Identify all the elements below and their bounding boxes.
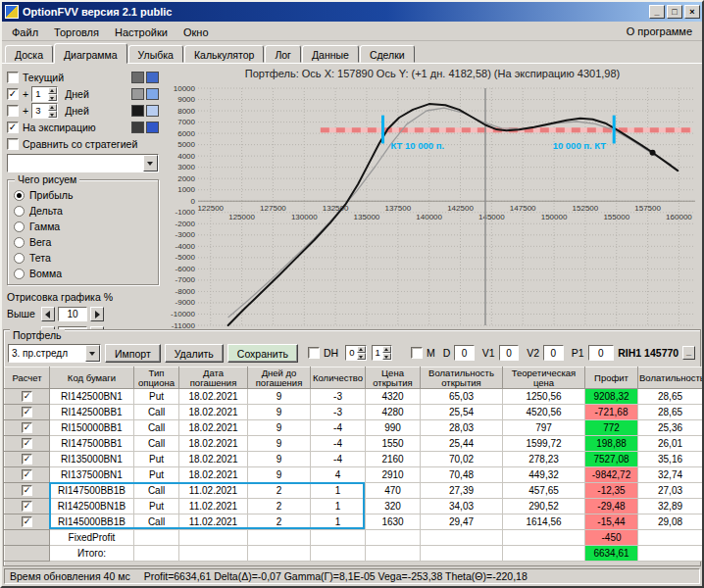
radio-icon[interactable] — [14, 237, 25, 248]
menu-item[interactable]: Торговля — [46, 24, 107, 40]
tab-item[interactable]: Доска — [5, 45, 53, 63]
row-enabled-cell[interactable] — [5, 389, 50, 405]
dh-checkbox[interactable] — [308, 347, 320, 359]
row-enabled-cell[interactable] — [5, 514, 50, 530]
strategy-select[interactable]: 3. пр.стредл — [8, 344, 101, 363]
tab-item[interactable]: Калькулятор — [184, 45, 264, 63]
tab-item[interactable]: Данные — [302, 45, 359, 63]
radio-option[interactable]: Дельта — [14, 203, 152, 219]
days-spinner[interactable]: 1 — [31, 86, 58, 102]
decrease-icon[interactable] — [41, 307, 55, 321]
days-spinner[interactable]: 3 — [31, 103, 58, 119]
row-checkbox[interactable] — [22, 516, 32, 527]
table-row[interactable]: RI142500BB1Call18.02.20219-3428025,54452… — [5, 405, 703, 420]
strategy-compare-select[interactable] — [7, 154, 159, 172]
spin-up-icon[interactable] — [48, 87, 57, 94]
row-enabled-cell[interactable] — [5, 436, 50, 452]
m-checkbox[interactable] — [411, 347, 423, 359]
dh-spinner-1[interactable]: 0 — [345, 345, 366, 361]
row-checkbox[interactable] — [22, 438, 32, 449]
row-checkbox[interactable] — [22, 391, 32, 402]
delete-button[interactable]: Удалить — [165, 344, 224, 363]
color-swatch[interactable] — [146, 72, 159, 83]
dh-spinner-2[interactable]: 1 — [372, 345, 392, 361]
tab-item[interactable]: Лог — [265, 45, 301, 63]
p1-field[interactable]: 0 — [588, 345, 615, 361]
table-row[interactable]: RI142500BN1Put18.02.20219-3432065,031250… — [5, 389, 703, 405]
menu-item[interactable]: Окно — [176, 24, 217, 40]
row-checkbox[interactable] — [22, 422, 32, 433]
color-swatch[interactable] — [131, 88, 144, 100]
spin-up-icon[interactable] — [48, 104, 57, 111]
table-row[interactable]: RI145000BB1BCall11.02.202121163029,47161… — [5, 514, 703, 530]
v1-field[interactable]: 0 — [499, 345, 520, 361]
radio-icon[interactable] — [14, 206, 25, 217]
spin-down-icon[interactable] — [48, 111, 57, 118]
close-button[interactable]: × — [684, 5, 700, 19]
radio-option[interactable]: Тета — [14, 250, 152, 266]
expiration-checkbox[interactable] — [7, 122, 19, 133]
row-enabled-cell[interactable] — [5, 420, 50, 436]
table-row[interactable]: Итого:6634,61 — [5, 546, 703, 562]
row-enabled-cell[interactable] — [5, 483, 50, 499]
radio-option[interactable]: Вомма — [14, 266, 152, 281]
row-checkbox[interactable] — [22, 407, 32, 417]
spin-down-icon[interactable] — [48, 94, 57, 101]
table-row[interactable]: FixedProfit-450 — [5, 530, 703, 546]
row-enabled-cell[interactable] — [5, 499, 50, 514]
payoff-chart[interactable]: -11000-10000-9000-8000-7000-6000-5000-40… — [163, 84, 700, 329]
color-swatch[interactable] — [146, 105, 159, 117]
tab-item[interactable]: Сделки — [360, 45, 415, 63]
table-row[interactable]: RI147500BB1BCall11.02.20212147027,39457,… — [5, 483, 703, 499]
table-row[interactable]: RI147500BB1Call18.02.20219-4155025,44159… — [5, 436, 703, 452]
row-checkbox[interactable] — [22, 469, 32, 480]
menu-item-about[interactable]: О программе — [621, 24, 698, 39]
spin-down-icon[interactable] — [382, 353, 391, 360]
tab-item[interactable]: Улыбка — [128, 45, 183, 63]
menu-item[interactable]: Файл — [4, 24, 46, 40]
tab-item[interactable]: Диаграмма — [54, 43, 127, 64]
color-swatch[interactable] — [146, 88, 159, 100]
color-swatch[interactable] — [146, 122, 159, 133]
spin-down-icon[interactable] — [357, 353, 366, 360]
row-enabled-cell[interactable] — [5, 530, 50, 546]
table-row[interactable]: RI137500BN1Put18.02.202194291070,48449,3… — [5, 467, 703, 483]
row-enabled-cell[interactable] — [5, 467, 50, 483]
table-row[interactable]: RI135000BN1Put18.02.20219-4216070,02278,… — [5, 452, 703, 467]
import-button[interactable]: Импорт — [105, 344, 161, 363]
color-swatch[interactable] — [131, 122, 144, 133]
increase-icon[interactable] — [90, 307, 104, 321]
table-row[interactable]: RI142500BN1BPut11.02.20212132034,03290,5… — [5, 499, 703, 514]
row-checkbox[interactable] — [22, 454, 32, 465]
row-enabled-cell[interactable] — [5, 452, 50, 467]
radio-option[interactable]: Прибыль — [14, 187, 152, 203]
row-enabled-cell[interactable] — [5, 546, 50, 562]
table-row[interactable]: RI150000BB1Call18.02.20219-499028,037977… — [5, 420, 703, 436]
row-enabled-cell[interactable] — [5, 405, 50, 420]
radio-icon[interactable] — [14, 253, 25, 264]
dropdown-arrow-icon[interactable] — [85, 345, 100, 362]
plus3-checkbox[interactable] — [7, 105, 19, 117]
current-checkbox[interactable] — [7, 72, 19, 83]
above-value[interactable]: 10 — [58, 307, 87, 321]
menu-item[interactable]: Настройки — [107, 24, 176, 40]
color-swatch[interactable] — [131, 105, 144, 117]
plus1-checkbox[interactable] — [7, 88, 19, 100]
spin-up-icon[interactable] — [357, 346, 366, 353]
maximize-button[interactable]: □ — [667, 5, 682, 19]
spin-up-icon[interactable] — [382, 346, 391, 353]
collapse-button[interactable]: _ — [682, 346, 695, 360]
dropdown-arrow-icon[interactable] — [143, 155, 158, 172]
row-checkbox[interactable] — [22, 485, 32, 496]
radio-option[interactable]: Вега — [14, 234, 152, 250]
v2-field[interactable]: 0 — [543, 345, 564, 361]
save-button[interactable]: Сохранить — [227, 344, 298, 363]
radio-icon[interactable] — [14, 269, 25, 279]
row-checkbox[interactable] — [22, 501, 32, 512]
compare-checkbox[interactable] — [7, 138, 19, 150]
radio-option[interactable]: Гамма — [14, 219, 152, 234]
radio-icon[interactable] — [14, 190, 25, 201]
color-swatch[interactable] — [131, 72, 144, 83]
d-field[interactable]: 0 — [454, 345, 475, 361]
minimize-button[interactable]: _ — [649, 5, 665, 19]
